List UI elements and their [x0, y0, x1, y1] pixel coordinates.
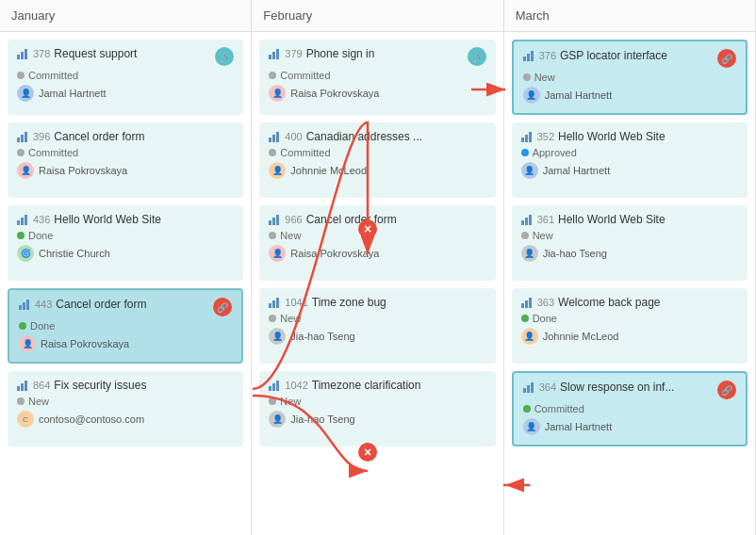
link-icon-376[interactable]: 🔗	[717, 49, 736, 68]
card-name-443: Cancel order form	[56, 298, 146, 311]
user-name-363: Johnnie McLeod	[543, 331, 619, 342]
card-name-1041: Time zone bug	[312, 296, 386, 309]
card-name-363: Welcome back page	[558, 296, 661, 309]
card-id-400: 400	[285, 131, 302, 142]
card-400[interactable]: 400 Canadian addresses ... Committed 👤 J…	[259, 122, 495, 198]
card-user-864: C contoso@contoso.com	[17, 411, 234, 428]
card-436[interactable]: 436 Hello World Web Site Done 🌀 Christie…	[8, 205, 243, 281]
avatar-864: C	[17, 411, 34, 428]
avatar-1042: 👤	[269, 411, 286, 428]
card-status-436: Done	[17, 230, 234, 241]
status-dot-443	[19, 322, 26, 330]
card-1041[interactable]: 1041 Time zone bug New 👤 Jia-hao Tseng	[259, 288, 495, 364]
card-name-396: Cancel order form	[54, 130, 144, 143]
bar-icon-966	[269, 215, 279, 225]
card-user-1041: 👤 Jia-hao Tseng	[269, 328, 485, 345]
card-id-363: 363	[537, 297, 554, 308]
avatar-352: 👤	[521, 162, 538, 179]
status-label-363: Done	[533, 313, 557, 324]
card-name-864: Fix security issues	[54, 379, 146, 392]
card-378[interactable]: 378 Request support 🔗 Committed 👤 Jamal …	[8, 40, 243, 115]
card-name-364: Slow response on inf...	[560, 381, 674, 394]
card-379[interactable]: 379 Phone sign in 🔗 Committed 👤 Raisa Po…	[259, 40, 495, 115]
status-dot-400	[269, 149, 276, 156]
card-443[interactable]: 443 Cancel order form 🔗 Done 👤 Raisa Pok…	[8, 288, 243, 364]
bar-icon-1041	[269, 298, 279, 308]
card-id-443: 443	[35, 299, 52, 310]
avatar-364: 👤	[523, 418, 540, 435]
status-dot-1042	[269, 397, 276, 405]
card-364[interactable]: 364 Slow response on inf... 🔗 Committed …	[512, 371, 748, 446]
card-id-1042: 1042	[285, 380, 307, 391]
bar-icon-361	[521, 215, 532, 225]
card-status-361: New	[521, 230, 738, 241]
user-name-1042: Jia-hao Tseng	[290, 413, 354, 425]
user-name-1041: Jia-hao Tseng	[290, 331, 354, 342]
card-status-352: Approved	[521, 147, 738, 158]
bar-icon-364	[523, 382, 534, 393]
march-header: March	[504, 0, 755, 32]
bar-icon-436	[17, 215, 27, 225]
card-864[interactable]: 864 Fix security issues New C contoso@co…	[8, 371, 243, 446]
card-966[interactable]: 966 Cancel order form New 👤 Raisa Pokrov…	[259, 205, 495, 281]
card-361[interactable]: 361 Hello World Web Site New 👤 Jia-hao T…	[512, 205, 748, 281]
card-status-396: Committed	[17, 147, 234, 158]
bar-icon-352	[521, 132, 532, 142]
status-label-352: Approved	[533, 147, 577, 158]
card-name-1042: Timezone clarification	[312, 379, 421, 392]
card-status-966: New	[269, 230, 485, 241]
bar-icon-363	[521, 298, 532, 308]
link-icon-379[interactable]: 🔗	[468, 47, 486, 66]
status-dot-363	[521, 315, 529, 322]
user-name-443: Raisa Pokrovskaya	[41, 338, 129, 349]
january-header: January	[0, 0, 251, 32]
link-icon-378[interactable]: 🔗	[215, 47, 234, 66]
status-label-376: New	[534, 72, 555, 83]
card-id-361: 361	[537, 214, 554, 225]
card-1042[interactable]: 1042 Timezone clarification New 👤 Jia-ha…	[259, 371, 495, 446]
card-user-376: 👤 Jamal Hartnett	[523, 87, 736, 104]
status-dot-966	[269, 232, 276, 239]
card-name-361: Hello World Web Site	[558, 213, 666, 226]
card-id-364: 364	[539, 381, 556, 393]
status-dot-864	[17, 397, 25, 405]
card-name-352: Hello World Web Site	[558, 130, 666, 143]
card-352[interactable]: 352 Hello World Web Site Approved 👤 Jama…	[512, 122, 748, 198]
card-user-378: 👤 Jamal Hartnett	[17, 85, 234, 102]
user-name-396: Raisa Pokrovskaya	[39, 165, 127, 176]
card-status-864: New	[17, 396, 234, 407]
bar-icon-400	[269, 132, 279, 142]
bar-icon-396	[17, 132, 27, 142]
card-name-378: Request support	[54, 47, 137, 60]
card-name-400: Canadian addresses ...	[306, 130, 422, 143]
user-name-376: Jamal Hartnett	[545, 89, 613, 101]
link-icon-364[interactable]: 🔗	[717, 381, 736, 399]
card-396[interactable]: 396 Cancel order form Committed 👤 Raisa …	[8, 122, 243, 198]
status-dot-361	[521, 232, 529, 239]
status-label-1042: New	[280, 396, 301, 407]
card-user-436: 🌀 Christie Church	[17, 245, 234, 262]
card-user-966: 👤 Raisa Pokrovskaya	[269, 245, 485, 262]
card-id-379: 379	[285, 48, 302, 59]
user-name-966: Raisa Pokrovskaya	[290, 248, 379, 259]
card-id-352: 352	[537, 131, 554, 142]
card-user-443: 👤 Raisa Pokrovskaya	[19, 335, 232, 352]
avatar-378: 👤	[17, 85, 34, 102]
card-376[interactable]: 376 GSP locator interface 🔗 New 👤 Jamal …	[512, 40, 748, 115]
card-id-376: 376	[539, 50, 556, 61]
user-name-436: Christie Church	[39, 248, 110, 259]
link-icon-443[interactable]: 🔗	[213, 298, 232, 316]
status-dot-378	[17, 72, 25, 79]
user-name-364: Jamal Hartnett	[545, 421, 613, 432]
card-363[interactable]: 363 Welcome back page Done 👤 Johnnie McL…	[512, 288, 748, 364]
status-dot-376	[523, 73, 531, 81]
status-label-443: Done	[30, 320, 55, 332]
card-user-364: 👤 Jamal Hartnett	[523, 418, 736, 435]
status-dot-352	[521, 149, 529, 156]
card-id-436: 436	[33, 214, 50, 225]
status-dot-379	[269, 72, 276, 79]
user-name-400: Johnnie McLeod	[290, 165, 367, 176]
card-id-1041: 1041	[285, 297, 307, 308]
user-name-352: Jamal Hartnett	[543, 165, 611, 176]
avatar-376: 👤	[523, 87, 540, 104]
